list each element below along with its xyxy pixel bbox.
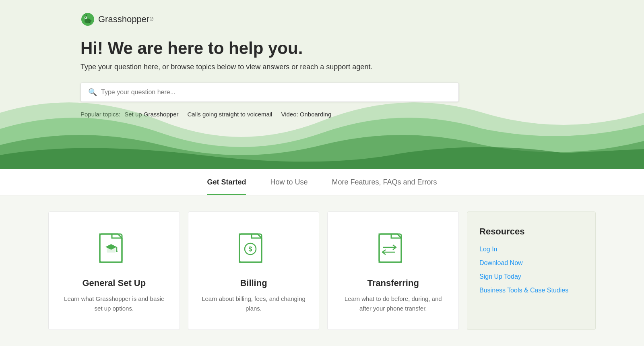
tab-get-started[interactable]: Get Started (207, 178, 246, 195)
hero-subtitle: Type your question here, or browse topic… (80, 63, 564, 71)
billing-icon: $ (235, 232, 272, 268)
logo-trademark: ® (150, 17, 153, 22)
tabs-section: Get Started How to Use More Features, FA… (0, 169, 644, 195)
resource-link-download[interactable]: Download Now (479, 259, 583, 267)
svg-point-3 (85, 17, 87, 19)
resource-link-business-tools[interactable]: Business Tools & Case Studies (479, 287, 583, 294)
tab-how-to-use[interactable]: How to Use (270, 178, 308, 195)
card-billing-desc: Learn about billing, fees, and changing … (200, 294, 307, 313)
logo: Grasshopper ® (80, 12, 564, 27)
card-transferring[interactable]: Transferring Learn what to do before, du… (327, 211, 459, 330)
resources-panel: Resources Log In Download Now Sign Up To… (467, 211, 596, 330)
card-billing-title: Billing (240, 278, 267, 288)
card-general-setup-desc: Learn what Grasshopper is and basic set … (61, 294, 167, 313)
tab-more-features[interactable]: More Features, FAQs and Errors (332, 178, 437, 195)
setup-icon (96, 232, 132, 268)
svg-text:$: $ (249, 246, 252, 253)
logo-text: Grasshopper (98, 14, 149, 25)
svg-point-12 (116, 251, 118, 252)
card-general-setup[interactable]: General Set Up Learn what Grasshopper is… (48, 211, 180, 330)
transfer-icon (375, 232, 411, 268)
page-title: Hi! We are here to help you. (80, 39, 564, 58)
hero-wave-decoration (0, 81, 644, 169)
card-general-setup-title: General Set Up (82, 278, 146, 288)
resources-title: Resources (479, 226, 583, 237)
content-section: General Set Up Learn what Grasshopper is… (0, 195, 644, 346)
resource-link-signup[interactable]: Sign Up Today (479, 273, 583, 280)
resource-link-login[interactable]: Log In (479, 246, 583, 253)
card-billing[interactable]: $ Billing Learn about billing, fees, and… (188, 211, 320, 330)
grasshopper-logo-icon (80, 12, 95, 27)
card-transferring-desc: Learn what to do before, during, and aft… (340, 294, 446, 313)
card-transferring-title: Transferring (367, 278, 419, 288)
